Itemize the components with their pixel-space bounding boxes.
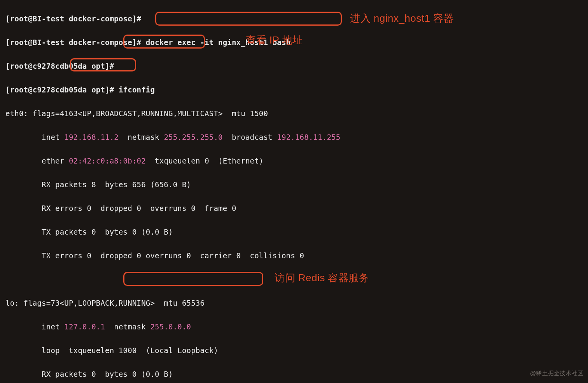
eth0-ip: 192.168.11.2: [64, 133, 119, 141]
cmd-line: [root@c9278cdb05da opt]# ifconfig: [5, 84, 583, 96]
annotation-access-redis: 访问 Redis 容器服务: [275, 272, 369, 284]
prompt-container: [root@c9278cdb05da opt]#: [5, 85, 114, 94]
prompt-line: [root@BI-test docker-compose]#: [5, 13, 583, 25]
prompt-host: [root@BI-test docker-compose]#: [5, 38, 141, 47]
output-line: RX packets 8 bytes 656 (656.0 B): [5, 179, 583, 191]
output-line: ether 02:42:c0:a8:0b:02 txqueuelen 0 (Et…: [5, 155, 583, 167]
prompt-host: [root@BI-test docker-compose]#: [5, 14, 141, 23]
eth0-mac: 02:42:c0:a8:0b:02: [69, 157, 146, 165]
prompt-container: [root@c9278cdb05da opt]#: [5, 62, 114, 70]
eth0-broadcast: 192.168.11.255: [277, 133, 340, 141]
output-line: loop txqueuelen 1000 (Local Loopback): [5, 345, 583, 357]
output-line: eth0: flags=4163<UP,BROADCAST,RUNNING,MU…: [5, 108, 583, 120]
eth0-netmask: 255.255.255.0: [164, 133, 222, 141]
command-ifconfig: ifconfig: [114, 85, 155, 94]
output-line: TX packets 0 bytes 0 (0.0 B): [5, 226, 583, 238]
output-line: TX errors 0 dropped 0 overruns 0 carrier…: [5, 250, 583, 262]
prompt-line: [root@c9278cdb05da opt]#: [5, 60, 583, 72]
lo-netmask: 255.0.0.0: [150, 322, 191, 331]
output-line: inet 127.0.0.1 netmask 255.0.0.0: [5, 321, 583, 333]
output-line: RX errors 0 dropped 0 overruns 0 frame 0: [5, 202, 583, 214]
watermark: @稀土掘金技术社区: [530, 367, 583, 380]
annotation-enter-container: 进入 nginx_host1 容器: [350, 12, 454, 24]
terminal[interactable]: [root@BI-test docker-compose]# [root@BI-…: [5, 1, 583, 383]
output-line: lo: flags=73<UP,LOOPBACK,RUNNING> mtu 65…: [5, 297, 583, 309]
annotation-view-ip: 查看 IP 地址: [246, 34, 303, 46]
output-line: RX packets 0 bytes 0 (0.0 B): [5, 368, 583, 380]
lo-ip: 127.0.0.1: [64, 322, 105, 331]
output-line: inet 192.168.11.2 netmask 255.255.255.0 …: [5, 131, 583, 143]
